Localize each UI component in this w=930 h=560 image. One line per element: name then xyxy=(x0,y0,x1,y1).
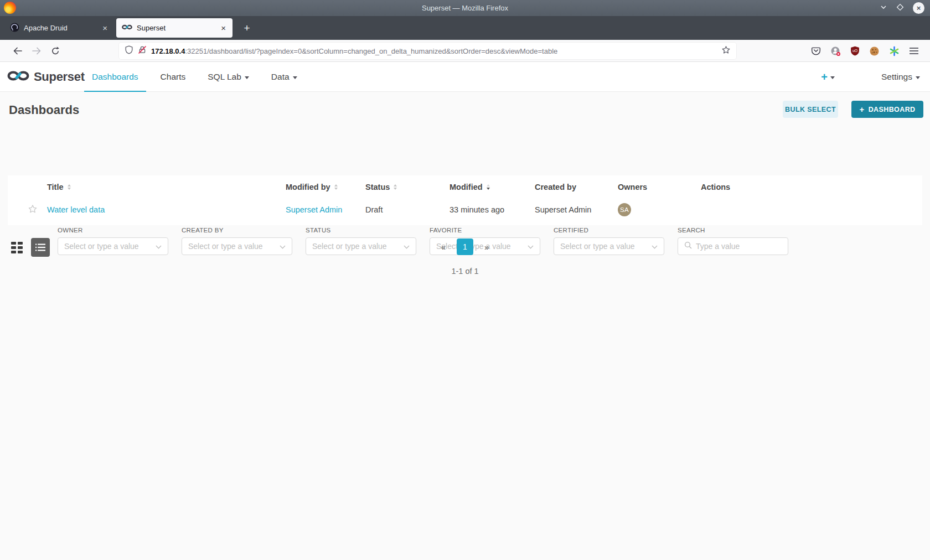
nav-item-data[interactable]: Data xyxy=(264,62,305,92)
nav-label: Charts xyxy=(161,72,186,82)
superset-favicon-icon xyxy=(122,24,132,32)
sort-icon xyxy=(394,184,397,190)
browser-toolbar: 172.18.0.4:32251/dashboard/list/?pageInd… xyxy=(0,40,930,62)
nav-label: Dashboards xyxy=(92,72,138,82)
plus-icon: + xyxy=(821,71,828,84)
nav-item-charts[interactable]: Charts xyxy=(153,62,194,92)
new-tab-button[interactable]: + xyxy=(239,20,255,36)
druid-favicon-icon xyxy=(10,23,19,34)
column-header-modified-by[interactable]: Modified by xyxy=(286,183,365,191)
profile-blocked-icon[interactable] xyxy=(830,46,841,56)
favorite-star-icon[interactable] xyxy=(28,204,38,216)
sort-icon xyxy=(68,184,71,190)
column-header-owners: Owners xyxy=(618,183,701,191)
column-label: Title xyxy=(47,183,64,191)
column-header-status[interactable]: Status xyxy=(365,183,450,191)
nav-label: SQL Lab xyxy=(208,72,241,82)
url-bar[interactable]: 172.18.0.4:32251/dashboard/list/?pageInd… xyxy=(119,43,736,59)
maximize-icon[interactable] xyxy=(896,3,904,13)
sort-desc-icon xyxy=(487,184,490,190)
dashboards-table: Title Modified by Status Modified Create… xyxy=(8,175,922,225)
tab-strip: Apache Druid × Superset × + xyxy=(0,16,930,40)
table-row: Water level data Superset Admin Draft 33… xyxy=(8,198,922,221)
column-label: Modified by xyxy=(286,183,330,191)
tab-close-icon[interactable]: × xyxy=(101,23,108,33)
prev-page-button[interactable]: « xyxy=(441,242,446,252)
dashboards-page: Dashboards BULK SELECT + DASHBOARD OWNER… xyxy=(0,92,930,560)
reload-icon[interactable] xyxy=(49,44,62,58)
pocket-icon[interactable] xyxy=(811,46,821,56)
column-header-title[interactable]: Title xyxy=(47,183,286,191)
tab-close-icon[interactable]: × xyxy=(220,23,227,33)
lock-strikethrough-icon[interactable] xyxy=(138,45,147,56)
bulk-select-button[interactable]: BULK SELECT xyxy=(783,101,838,118)
brand[interactable]: Superset xyxy=(7,62,85,92)
nav-item-sql-lab[interactable]: SQL Lab xyxy=(200,62,257,92)
next-page-button[interactable]: » xyxy=(484,242,489,252)
forward-icon[interactable] xyxy=(30,44,43,58)
filter-label: SEARCH xyxy=(678,227,788,234)
close-icon[interactable]: × xyxy=(913,2,924,14)
menu-icon[interactable] xyxy=(909,46,919,55)
window-title: Superset — Mozilla Firefox xyxy=(0,0,930,16)
column-header-created-by: Created by xyxy=(535,183,618,191)
status-value: Draft xyxy=(365,205,450,214)
pagination: « 1 » xyxy=(0,238,930,255)
bookmark-star-icon[interactable] xyxy=(721,45,731,57)
page-title: Dashboards xyxy=(9,103,79,117)
caret-down-icon xyxy=(293,76,297,79)
filter-label: STATUS xyxy=(306,227,416,234)
main-nav: Dashboards Charts SQL Lab Data xyxy=(78,62,305,92)
filter-label: CERTIFIED xyxy=(554,227,664,234)
browser-window: Superset — Mozilla Firefox × Apache Drui… xyxy=(0,0,930,560)
url-text[interactable]: 172.18.0.4:32251/dashboard/list/?pageInd… xyxy=(151,47,717,55)
sort-icon xyxy=(334,184,338,190)
settings-menu[interactable]: Settings xyxy=(881,72,920,82)
column-label: Actions xyxy=(701,183,730,191)
filter-label: OWNER xyxy=(58,227,168,234)
new-dashboard-button[interactable]: + DASHBOARD xyxy=(851,101,923,118)
shield-icon[interactable] xyxy=(125,45,133,56)
pagination-summary: 1-1 of 1 xyxy=(0,267,930,276)
ublock-icon[interactable]: uO xyxy=(850,46,860,56)
filter-label: CREATED BY xyxy=(182,227,292,234)
modified-value: 33 minutes ago xyxy=(450,205,535,214)
created-by-value: Superset Admin xyxy=(535,205,618,214)
cookie-icon[interactable] xyxy=(869,46,880,56)
table-header-row: Title Modified by Status Modified Create… xyxy=(8,175,922,198)
url-path: :32251/dashboard/list/?pageIndex=0&sortC… xyxy=(185,47,557,55)
app-navbar: Superset Dashboards Charts SQL Lab Data … xyxy=(0,62,930,92)
minimize-icon[interactable] xyxy=(880,3,887,13)
url-domain: 172.18.0.4 xyxy=(151,47,185,55)
dashboard-title-link[interactable]: Water level data xyxy=(47,205,105,214)
caret-down-icon xyxy=(245,76,249,79)
new-dashboard-label: DASHBOARD xyxy=(869,106,916,113)
filter-label: FAVORITE xyxy=(430,227,540,234)
column-label: Status xyxy=(365,183,390,191)
owner-avatar[interactable]: SA xyxy=(618,203,631,216)
caret-down-icon xyxy=(830,76,835,79)
column-header-actions: Actions xyxy=(701,183,922,191)
tab-label: Superset xyxy=(137,24,215,32)
settings-label: Settings xyxy=(881,72,912,82)
tab-superset[interactable]: Superset × xyxy=(116,18,232,38)
column-header-modified[interactable]: Modified xyxy=(450,183,535,191)
svg-text:uO: uO xyxy=(852,49,858,53)
column-label: Created by xyxy=(535,183,576,191)
column-label: Owners xyxy=(618,183,647,191)
superset-logo-icon xyxy=(7,69,29,85)
caret-down-icon xyxy=(916,76,920,79)
plus-icon: + xyxy=(859,105,864,114)
window-titlebar: Superset — Mozilla Firefox × xyxy=(0,0,930,16)
nav-item-dashboards[interactable]: Dashboards xyxy=(84,62,146,92)
extension-asterisk-icon[interactable] xyxy=(889,46,900,56)
modified-by-link[interactable]: Superset Admin xyxy=(286,205,342,214)
new-item-menu[interactable]: + xyxy=(821,71,835,84)
page-1-button[interactable]: 1 xyxy=(457,238,473,255)
tab-label: Apache Druid xyxy=(24,24,97,32)
brand-name: Superset xyxy=(34,70,85,84)
tab-apache-druid[interactable]: Apache Druid × xyxy=(4,16,114,40)
back-icon[interactable] xyxy=(11,44,24,58)
column-label: Modified xyxy=(450,183,483,191)
nav-label: Data xyxy=(271,72,290,82)
